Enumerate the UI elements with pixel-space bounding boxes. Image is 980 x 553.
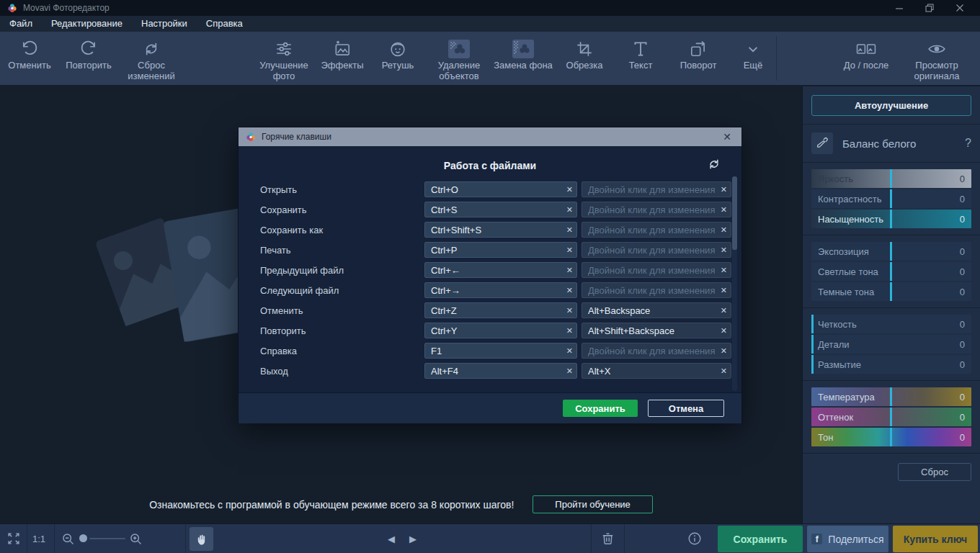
slider-temperature[interactable]: Температура 0 <box>811 387 971 406</box>
slider-highlights[interactable]: Светлые тона 0 <box>811 262 971 281</box>
reset-changes-button[interactable]: Сброс изменений <box>118 32 184 85</box>
slider-tint[interactable]: Оттенок 0 <box>811 408 971 426</box>
slider-shadows[interactable]: Темные тона 0 <box>811 282 971 301</box>
hotkey-input-primary[interactable] <box>424 363 577 379</box>
hotkey-input-primary[interactable] <box>424 262 577 278</box>
slider-hue[interactable]: Тон 0 <box>811 428 971 446</box>
retouch-button[interactable]: Ретушь <box>370 32 426 85</box>
redo-button[interactable]: Повторить <box>59 32 118 85</box>
restore-icon[interactable] <box>925 4 934 12</box>
actual-size-button[interactable]: 1:1 <box>32 534 45 544</box>
clear-icon[interactable]: ✕ <box>721 327 727 335</box>
start-tutorial-button[interactable]: Пройти обучение <box>533 495 652 513</box>
more-button[interactable]: Ещё <box>730 32 776 85</box>
clear-icon[interactable]: ✕ <box>721 206 727 214</box>
slider-brightness[interactable]: Яркость 0 <box>811 169 971 188</box>
view-original-button[interactable]: Просмотр оригинала <box>899 32 974 85</box>
clear-icon[interactable]: ✕ <box>566 327 573 335</box>
effects-button[interactable]: Эффекты <box>315 32 370 85</box>
hotkey-input-secondary[interactable] <box>582 302 731 318</box>
menu-settings[interactable]: Настройки <box>132 16 197 32</box>
clear-icon[interactable]: ✕ <box>566 367 573 375</box>
slider-handle[interactable] <box>890 387 892 406</box>
buy-key-button[interactable]: Купить ключ <box>893 526 978 552</box>
help-icon[interactable]: ? <box>965 137 971 150</box>
clear-icon[interactable]: ✕ <box>721 226 727 234</box>
crop-button[interactable]: Обрезка <box>554 32 615 85</box>
slider-saturation[interactable]: Насыщенность 0 <box>811 210 971 228</box>
menu-file[interactable]: Файл <box>0 16 42 32</box>
info-icon[interactable] <box>687 531 703 549</box>
text-button[interactable]: Текст <box>615 32 667 85</box>
minimize-icon[interactable] <box>895 4 904 12</box>
slider-handle[interactable] <box>890 282 892 301</box>
dialog-cancel-button[interactable]: Отмена <box>648 400 724 417</box>
slider-handle[interactable] <box>811 315 814 333</box>
slider-handle[interactable] <box>811 335 814 354</box>
hotkey-input-primary[interactable] <box>424 302 577 318</box>
hotkey-input-primary[interactable] <box>424 282 577 298</box>
slider-contrast[interactable]: Контрастность 0 <box>811 189 971 208</box>
hand-tool-button[interactable] <box>190 527 213 551</box>
slider-handle[interactable] <box>890 428 892 446</box>
fit-to-screen-button[interactable] <box>6 531 22 549</box>
replace-background-button[interactable]: Замена фона <box>492 32 554 85</box>
auto-enhance-button[interactable]: Автоулучшение <box>811 95 971 116</box>
scrollbar-thumb[interactable] <box>732 176 737 250</box>
clear-icon[interactable]: ✕ <box>566 246 573 254</box>
hotkey-input-primary[interactable] <box>424 222 577 238</box>
eyedropper-button[interactable] <box>811 132 833 154</box>
hotkey-input-secondary[interactable] <box>582 323 731 338</box>
slider-blur[interactable]: Размытие 0 <box>811 355 971 374</box>
clear-icon[interactable]: ✕ <box>721 186 727 194</box>
hotkey-input-secondary[interactable] <box>582 242 731 258</box>
zoom-slider-knob[interactable] <box>79 534 87 542</box>
before-after-button[interactable]: До / после <box>833 32 899 85</box>
hotkey-input-secondary[interactable] <box>582 282 731 298</box>
hotkey-input-secondary[interactable] <box>582 181 731 197</box>
clear-icon[interactable]: ✕ <box>566 206 573 214</box>
reset-hotkeys-icon[interactable] <box>707 157 721 174</box>
close-icon[interactable] <box>956 4 964 12</box>
hotkey-input-secondary[interactable] <box>582 363 731 379</box>
save-photo-button[interactable]: Сохранить <box>718 526 803 552</box>
clear-icon[interactable]: ✕ <box>566 307 573 315</box>
clear-icon[interactable]: ✕ <box>721 287 727 295</box>
clear-icon[interactable]: ✕ <box>566 287 573 295</box>
slider-sharpness[interactable]: Четкость 0 <box>811 315 971 333</box>
hotkey-input-secondary[interactable] <box>582 262 731 278</box>
dialog-scrollbar[interactable] <box>732 176 737 391</box>
menu-edit[interactable]: Редактирование <box>42 16 132 32</box>
hotkey-input-primary[interactable] <box>424 323 577 338</box>
clear-icon[interactable]: ✕ <box>721 347 727 355</box>
enhance-button[interactable]: Улучшение фото <box>253 32 315 85</box>
zoom-slider-track[interactable] <box>89 538 125 539</box>
remove-objects-button[interactable]: Удаление объектов <box>426 32 492 85</box>
clear-icon[interactable]: ✕ <box>566 266 573 274</box>
slider-handle[interactable] <box>890 210 892 228</box>
slider-handle[interactable] <box>890 189 892 208</box>
hotkey-input-primary[interactable] <box>424 343 577 359</box>
previous-photo-icon[interactable]: ◀ <box>388 534 395 544</box>
hotkey-input-secondary[interactable] <box>582 222 731 238</box>
clear-icon[interactable]: ✕ <box>721 307 727 315</box>
hotkey-input-primary[interactable] <box>424 181 577 197</box>
zoom-out-icon[interactable] <box>61 531 76 549</box>
reset-adjustments-button[interactable]: Сброс <box>898 463 971 481</box>
slider-handle[interactable] <box>890 242 892 261</box>
slider-handle[interactable] <box>890 169 892 188</box>
undo-button[interactable]: Отменить <box>0 32 59 85</box>
clear-icon[interactable]: ✕ <box>721 367 727 375</box>
dialog-close-icon[interactable]: ✕ <box>723 131 734 143</box>
share-button[interactable]: f Поделиться <box>807 526 888 552</box>
slider-handle[interactable] <box>890 408 892 426</box>
zoom-in-icon[interactable] <box>128 531 143 549</box>
next-photo-icon[interactable]: ▶ <box>409 534 416 544</box>
delete-photo-icon[interactable] <box>600 530 616 549</box>
clear-icon[interactable]: ✕ <box>566 347 573 355</box>
hotkey-input-primary[interactable] <box>424 242 577 258</box>
hotkey-input-secondary[interactable] <box>582 202 731 217</box>
rotate-button[interactable]: Поворот <box>667 32 730 85</box>
dialog-save-button[interactable]: Сохранить <box>563 400 638 417</box>
hotkey-input-primary[interactable] <box>424 202 577 217</box>
